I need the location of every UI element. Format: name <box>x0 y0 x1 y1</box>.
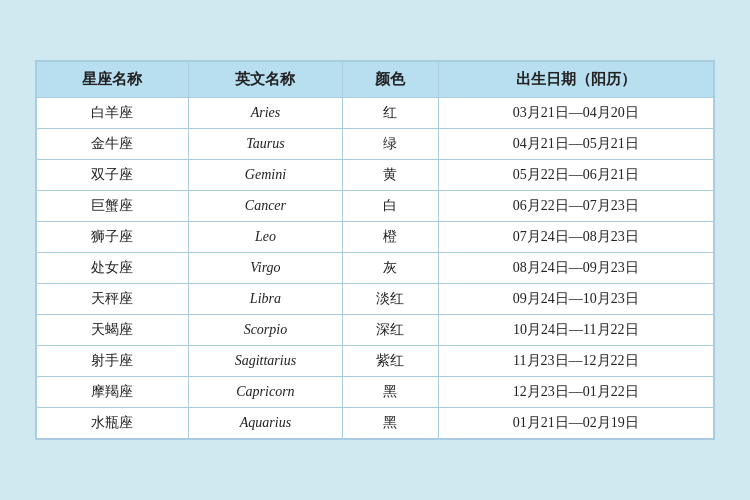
zodiac-table-container: 星座名称 英文名称 颜色 出生日期（阳历） 白羊座Aries红03月21日—04… <box>35 60 715 440</box>
cell-english-2: Gemini <box>188 160 342 191</box>
cell-dates-7: 10月24日—11月22日 <box>438 315 713 346</box>
cell-dates-9: 12月23日—01月22日 <box>438 377 713 408</box>
cell-dates-10: 01月21日—02月19日 <box>438 408 713 439</box>
cell-english-1: Taurus <box>188 129 342 160</box>
cell-color-6: 淡红 <box>343 284 439 315</box>
cell-color-3: 白 <box>343 191 439 222</box>
cell-chinese-10: 水瓶座 <box>37 408 189 439</box>
table-row: 金牛座Taurus绿04月21日—05月21日 <box>37 129 714 160</box>
cell-english-10: Aquarius <box>188 408 342 439</box>
cell-english-8: Sagittarius <box>188 346 342 377</box>
cell-color-2: 黄 <box>343 160 439 191</box>
table-row: 天蝎座Scorpio深红10月24日—11月22日 <box>37 315 714 346</box>
table-row: 白羊座Aries红03月21日—04月20日 <box>37 98 714 129</box>
header-chinese-name: 星座名称 <box>37 62 189 98</box>
cell-color-4: 橙 <box>343 222 439 253</box>
table-row: 巨蟹座Cancer白06月22日—07月23日 <box>37 191 714 222</box>
cell-dates-8: 11月23日—12月22日 <box>438 346 713 377</box>
cell-color-7: 深红 <box>343 315 439 346</box>
header-color: 颜色 <box>343 62 439 98</box>
table-header-row: 星座名称 英文名称 颜色 出生日期（阳历） <box>37 62 714 98</box>
table-row: 双子座Gemini黄05月22日—06月21日 <box>37 160 714 191</box>
header-dates: 出生日期（阳历） <box>438 62 713 98</box>
cell-color-9: 黑 <box>343 377 439 408</box>
table-row: 射手座Sagittarius紫红11月23日—12月22日 <box>37 346 714 377</box>
cell-english-9: Capricorn <box>188 377 342 408</box>
cell-chinese-7: 天蝎座 <box>37 315 189 346</box>
cell-color-10: 黑 <box>343 408 439 439</box>
cell-color-5: 灰 <box>343 253 439 284</box>
cell-chinese-5: 处女座 <box>37 253 189 284</box>
cell-english-5: Virgo <box>188 253 342 284</box>
cell-chinese-1: 金牛座 <box>37 129 189 160</box>
cell-chinese-6: 天秤座 <box>37 284 189 315</box>
cell-chinese-3: 巨蟹座 <box>37 191 189 222</box>
zodiac-table: 星座名称 英文名称 颜色 出生日期（阳历） 白羊座Aries红03月21日—04… <box>36 61 714 439</box>
cell-chinese-0: 白羊座 <box>37 98 189 129</box>
table-row: 摩羯座Capricorn黑12月23日—01月22日 <box>37 377 714 408</box>
table-row: 狮子座Leo橙07月24日—08月23日 <box>37 222 714 253</box>
cell-dates-3: 06月22日—07月23日 <box>438 191 713 222</box>
table-row: 水瓶座Aquarius黑01月21日—02月19日 <box>37 408 714 439</box>
cell-chinese-4: 狮子座 <box>37 222 189 253</box>
cell-english-3: Cancer <box>188 191 342 222</box>
cell-english-4: Leo <box>188 222 342 253</box>
cell-color-1: 绿 <box>343 129 439 160</box>
cell-dates-1: 04月21日—05月21日 <box>438 129 713 160</box>
cell-dates-4: 07月24日—08月23日 <box>438 222 713 253</box>
cell-color-8: 紫红 <box>343 346 439 377</box>
table-row: 处女座Virgo灰08月24日—09月23日 <box>37 253 714 284</box>
table-body: 白羊座Aries红03月21日—04月20日金牛座Taurus绿04月21日—0… <box>37 98 714 439</box>
cell-english-7: Scorpio <box>188 315 342 346</box>
cell-chinese-8: 射手座 <box>37 346 189 377</box>
cell-dates-2: 05月22日—06月21日 <box>438 160 713 191</box>
table-row: 天秤座Libra淡红09月24日—10月23日 <box>37 284 714 315</box>
cell-chinese-9: 摩羯座 <box>37 377 189 408</box>
cell-english-6: Libra <box>188 284 342 315</box>
cell-dates-0: 03月21日—04月20日 <box>438 98 713 129</box>
cell-dates-6: 09月24日—10月23日 <box>438 284 713 315</box>
header-english-name: 英文名称 <box>188 62 342 98</box>
cell-color-0: 红 <box>343 98 439 129</box>
cell-dates-5: 08月24日—09月23日 <box>438 253 713 284</box>
cell-chinese-2: 双子座 <box>37 160 189 191</box>
cell-english-0: Aries <box>188 98 342 129</box>
